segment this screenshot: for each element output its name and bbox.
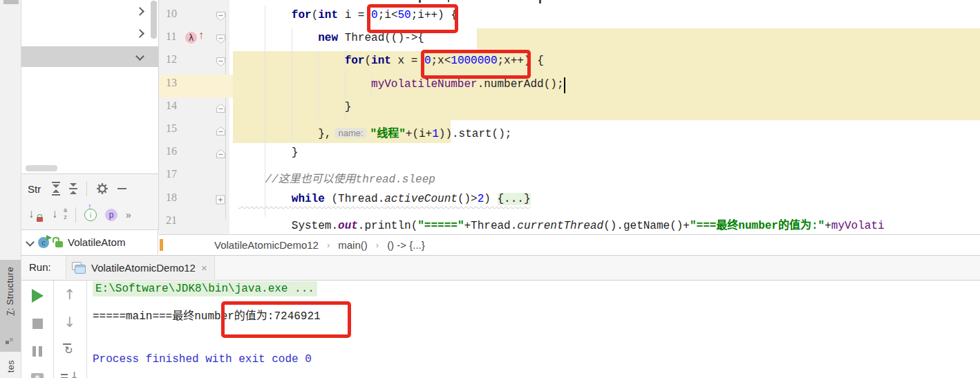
code-segment: i = — [338, 9, 371, 21]
lambda-icon[interactable]: λ↑ — [185, 30, 213, 46]
code-line-18[interactable]: while (Thread.activeCount()>2) {...} — [238, 189, 531, 212]
tool-window-tab-partial[interactable]: tes — [0, 360, 21, 378]
screenshot-button[interactable] — [27, 368, 48, 378]
restore-layout-button[interactable]: ↻ — [59, 340, 80, 359]
code-line-10[interactable]: for(int i = 0;i<50;i++) { — [238, 6, 458, 28]
code-line-13[interactable]: myVolatileNumber.numberAdd(); — [238, 75, 563, 97]
class-name-label: VolatileAtom — [68, 236, 125, 248]
code-segment: +Thread. — [464, 220, 517, 232]
code-segment: ;x++) { — [498, 55, 544, 67]
code-segment: ;i++) { — [411, 9, 458, 21]
code-segment — [238, 9, 292, 21]
gutter-line-13[interactable]: 13 — [159, 75, 233, 97]
up-stack-trace-button[interactable]: ↑ — [59, 285, 80, 304]
rerun-button[interactable] — [27, 286, 48, 305]
fold-collapse-icon[interactable] — [216, 103, 226, 113]
sort-by-visibility-button[interactable]: ↓ — [28, 207, 44, 223]
tree-row-2[interactable] — [21, 23, 158, 44]
folded-code-chip[interactable]: {...} — [498, 193, 531, 205]
scroll-end-icon: ↓ — [61, 370, 79, 378]
code-lines: for(int i = 0;i<50;i++) { new Thread(()-… — [238, 0, 980, 234]
structure-class-row[interactable]: c VolatileAtom — [21, 230, 158, 254]
code-segment: } — [238, 147, 298, 159]
code-segment: .println( — [358, 220, 417, 232]
gutter-line-12[interactable]: 12 — [159, 51, 233, 74]
gear-icon[interactable] — [96, 182, 109, 195]
breadcrumb-item[interactable]: main() — [338, 239, 368, 251]
tree-row-1[interactable] — [21, 1, 158, 22]
down-arrow-icon: ↓ — [64, 314, 76, 330]
class-icon: c — [38, 236, 50, 249]
gutter-line-17[interactable]: 17 — [159, 166, 233, 189]
fold-expand-icon[interactable] — [216, 195, 225, 205]
down-stack-trace-button[interactable]: ↓ — [59, 312, 80, 332]
rerun-icon: ↻ — [63, 343, 77, 357]
more-actions-button[interactable]: » — [126, 209, 131, 220]
code-line-11[interactable]: new Thread(()->{ — [238, 28, 424, 51]
chevron-down-icon[interactable] — [26, 238, 35, 247]
expand-all-button[interactable] — [52, 182, 60, 196]
line-number: 10 — [166, 8, 177, 20]
structure-panel-title: Str — [28, 183, 43, 195]
breadcrumb-item[interactable]: VolatileAtomicDemo12 — [214, 239, 319, 251]
code-segment: while — [292, 193, 325, 205]
code-segment: ( — [364, 55, 371, 67]
sort-alphabetically-button[interactable]: ↓az — [52, 207, 67, 223]
line-number: 21 — [166, 214, 177, 227]
fold-collapse-icon[interactable] — [216, 126, 226, 136]
line-number: 16 — [166, 145, 177, 158]
horizontal-scrollbar-thumb[interactable] — [26, 165, 57, 171]
tree-row-selected[interactable] — [21, 46, 158, 67]
gutter-line-16[interactable]: 16 — [159, 143, 233, 166]
gutter-line-15[interactable]: 15 — [159, 120, 233, 143]
fold-collapse-icon[interactable] — [216, 149, 226, 159]
code-line-15[interactable]: },name:"线程"+(i+1)).start(); — [238, 120, 511, 143]
code-line-16[interactable]: } — [238, 143, 298, 166]
show-inherited-button[interactable]: i — [84, 209, 97, 221]
code-segment: 1 — [432, 128, 439, 140]
code-line-21[interactable]: System.out.println("====="+Thread.curren… — [238, 212, 885, 235]
hide-panel-button[interactable] — [117, 188, 126, 189]
code-line-17[interactable]: //这里也可以使用thread.sleep — [238, 166, 435, 189]
show-properties-button[interactable]: p — [105, 209, 117, 221]
gutter-line-18[interactable]: 18 — [159, 189, 233, 212]
tool-window-tab-structure[interactable]: 7: Structure — [0, 260, 21, 352]
close-icon[interactable]: × — [201, 263, 207, 273]
run-tab[interactable]: VolatileAtomicDemo12 × — [66, 256, 215, 279]
ide-window: 7: Structure tes Str ↓ ↓az — [0, 0, 980, 378]
breadcrumb: VolatileAtomicDemo12›main()›() -> {...} — [214, 239, 425, 251]
line-number: 18 — [166, 191, 177, 204]
code-segment: ;i< — [378, 9, 398, 21]
code-line-14[interactable]: } — [238, 97, 351, 120]
chevron-right-icon — [135, 29, 144, 38]
fold-collapse-icon[interactable] — [216, 34, 226, 44]
code-editor[interactable]: 1011λ↑1213141516171821 for(int i = 0;i<5… — [159, 0, 980, 235]
gutter-line-14[interactable]: 14 — [159, 97, 233, 120]
fold-collapse-icon[interactable] — [216, 57, 226, 67]
code-segment: int — [318, 9, 338, 21]
collapse-all-button[interactable] — [69, 183, 77, 194]
gutter-line-21[interactable]: 21 — [159, 212, 233, 235]
pause-icon — [32, 346, 42, 357]
code-segment: 2 — [478, 193, 484, 205]
breadcrumb-bar: VolatileAtomicDemo12›main()›() -> {...} — [159, 235, 980, 255]
fold-collapse-icon[interactable] — [216, 11, 226, 21]
scroll-to-end-button[interactable]: ↓ — [59, 366, 80, 378]
run-console[interactable]: E:\Software\JDK8\bin\java.exe ...=====ma… — [90, 281, 974, 378]
code-segment: (Thread. — [325, 193, 384, 205]
code-segment: Thread(()->{ — [338, 32, 424, 44]
breadcrumb-accent-sliver — [160, 239, 163, 251]
stop-button[interactable] — [27, 314, 48, 333]
pause-output-button[interactable] — [27, 341, 48, 361]
code-segment: .start(); — [452, 128, 511, 140]
code-line-12[interactable]: for(int x = 0;x<1000000;x++) { — [238, 51, 544, 74]
code-segment: +(i+ — [406, 128, 432, 140]
vertical-scrollbar-thumb[interactable] — [151, 1, 157, 39]
gutter-line-10[interactable]: 10 — [159, 6, 233, 28]
gutter-line-11[interactable]: 11λ↑ — [159, 28, 233, 51]
code-segment: 1000000 — [451, 55, 497, 67]
play-icon — [32, 289, 44, 303]
breadcrumb-item[interactable]: () -> {...} — [387, 239, 425, 251]
code-segment: )) — [439, 128, 452, 140]
up-arrow-icon: ↑ — [64, 286, 76, 303]
